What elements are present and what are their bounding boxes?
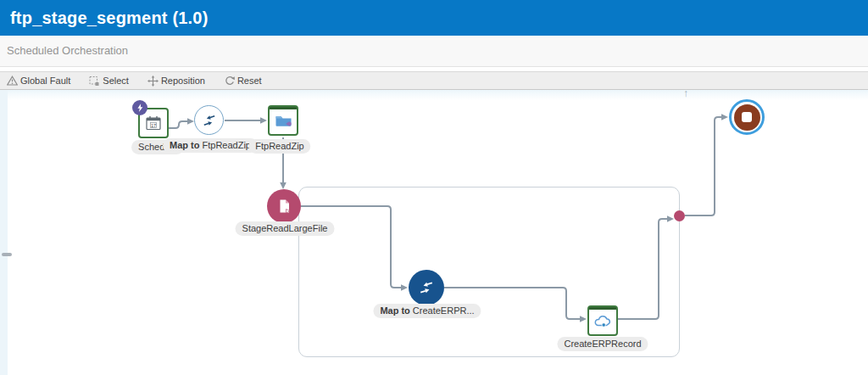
node-label-ftpreadzip: FtpReadZip: [248, 139, 310, 154]
integration-designer-window: ftp_stage_segment (1.0) Scheduled Orches…: [0, 0, 868, 375]
node-label-map-to-createerp: Map toCreateERPR...: [373, 304, 481, 318]
map-converging-arrows-icon: [201, 112, 218, 129]
warning-triangle-icon: [7, 76, 18, 87]
node-ftpreadzip[interactable]: [268, 105, 298, 136]
global-fault-label: Global Fault: [20, 76, 70, 86]
node-map-to-ftpreadzip[interactable]: [194, 105, 224, 135]
node-stagereadlargefile[interactable]: [267, 189, 301, 223]
page-title: ftp_stage_segment (1.0): [10, 0, 209, 36]
select-label: Select: [103, 76, 129, 86]
header-bar: ftp_stage_segment (1.0): [0, 0, 868, 36]
calendar-icon: 17: [144, 115, 163, 132]
canvas-toolbar: Global Fault Select Reposition: [0, 71, 868, 90]
reset-label: Reset: [237, 76, 262, 86]
svg-text:17: 17: [151, 123, 156, 128]
integration-type-label: Scheduled Orchestration: [7, 36, 128, 66]
end-core: [734, 104, 760, 131]
reset-circular-arrow-icon: [224, 76, 235, 87]
select-marquee-icon: [89, 76, 100, 87]
map-converging-arrows-icon: [417, 278, 436, 297]
folder-icon: [275, 114, 292, 127]
global-fault-button[interactable]: Global Fault: [7, 76, 70, 87]
node-label-createerprecord: CreateERPRecord: [557, 337, 648, 351]
reposition-button[interactable]: Reposition: [147, 76, 205, 87]
stop-square-icon: [742, 112, 752, 122]
node-end[interactable]: [729, 99, 765, 135]
merge-point-dot: [674, 210, 685, 221]
integration-type-bar: Scheduled Orchestration: [0, 36, 868, 67]
node-map-to-createerp[interactable]: [409, 270, 444, 305]
file-document-icon: [276, 198, 292, 215]
reset-button[interactable]: Reset: [224, 76, 262, 87]
select-button[interactable]: Select: [89, 76, 129, 87]
lightning-bolt-icon: [135, 102, 145, 114]
schedule-trigger-badge: [132, 100, 147, 115]
node-label-map-to-ftpreadzip: Map toFtpReadZip: [163, 138, 258, 153]
flow-canvas[interactable]: ↑ 17: [0, 90, 868, 375]
node-createerprecord[interactable]: [587, 305, 618, 336]
cloud-icon: [593, 314, 613, 328]
reposition-label: Reposition: [161, 76, 205, 86]
node-label-stagereadlargefile: StageReadLargeFile: [236, 221, 335, 236]
move-cross-icon: [147, 76, 159, 87]
